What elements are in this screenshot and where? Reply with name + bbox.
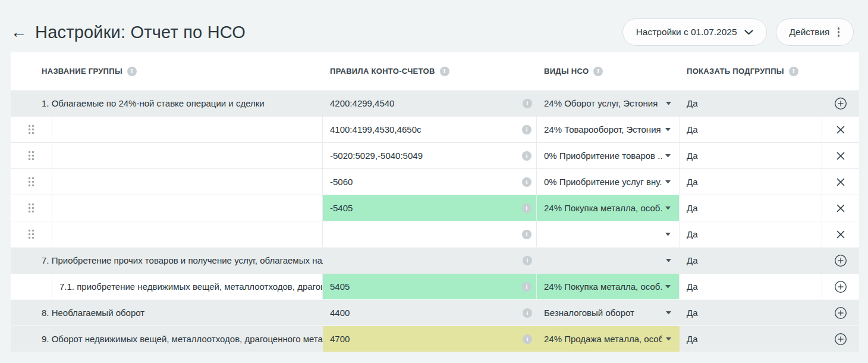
actions-button[interactable]: Действия <box>776 18 854 46</box>
chevron-down-icon <box>744 27 753 37</box>
info-icon[interactable]: i <box>789 67 798 76</box>
add-row-icon[interactable] <box>834 97 847 110</box>
show-subgroups-text: Да <box>687 177 698 187</box>
konto-rules-cell[interactable]: 4700 i <box>323 326 537 352</box>
settings-date-dropdown[interactable]: Настройки с 01.07.2025 <box>622 18 767 46</box>
drag-handle-icon[interactable] <box>28 151 34 161</box>
konto-rules-cell[interactable]: 5405 i <box>323 274 537 299</box>
info-icon[interactable]: i <box>593 67 603 76</box>
info-icon[interactable]: i <box>522 282 532 292</box>
drag-handle-icon[interactable] <box>28 124 34 134</box>
vat-type-select[interactable] <box>537 221 680 247</box>
group-name-cell[interactable] <box>52 169 323 195</box>
row-action-cell <box>822 195 859 221</box>
table-row-group: 1. Облагаемые по 24%-ной ставке операции… <box>11 90 859 116</box>
vat-type-select[interactable]: 24% Оборот услуг, Эстония <box>537 90 680 116</box>
drag-handle-icon[interactable] <box>28 177 34 187</box>
show-subgroups-cell[interactable]: Да <box>680 248 822 273</box>
show-subgroups-cell[interactable]: Да <box>680 300 822 326</box>
show-subgroups-cell[interactable]: Да <box>680 274 822 299</box>
show-subgroups-cell[interactable]: Да <box>680 117 822 142</box>
group-name-cell[interactable] <box>52 143 323 168</box>
group-name-cell[interactable]: 7. Приобретение прочих товаров и получен… <box>11 248 323 273</box>
vat-type-select[interactable]: 0% Приобритение товаров ... <box>537 143 680 168</box>
info-icon[interactable]: i <box>523 99 532 108</box>
konto-rules-cell[interactable]: -5060 i <box>323 169 537 195</box>
dropdown-caret-icon[interactable] <box>665 285 671 288</box>
page-title: Настройки: Отчет по НСО <box>35 23 246 42</box>
add-row-icon[interactable] <box>834 254 847 267</box>
table-row-detail: -5020:5029,-5040:5049 i 0% Приобритение … <box>11 142 859 168</box>
drag-handle-icon[interactable] <box>28 203 34 213</box>
dropdown-caret-icon[interactable] <box>666 311 671 314</box>
table-row-group: 9. Оборот недвижимых вещей, металлоотход… <box>11 326 859 352</box>
dropdown-caret-icon[interactable] <box>665 233 671 236</box>
vat-type-select[interactable]: 24% Покупка металла, особ... <box>537 274 680 299</box>
vat-type-select[interactable]: 0% Приобритение услуг вну... <box>537 169 680 195</box>
konto-rules-text: -5020:5029,-5040:5049 <box>330 151 423 161</box>
delete-row-icon[interactable] <box>836 230 845 239</box>
row-action-cell <box>822 169 859 195</box>
back-arrow-icon[interactable]: ← <box>11 24 27 40</box>
add-row-icon[interactable] <box>834 333 847 346</box>
dropdown-caret-icon[interactable] <box>666 102 671 105</box>
vat-type-select[interactable] <box>537 248 680 273</box>
delete-row-icon[interactable] <box>836 204 845 212</box>
konto-rules-cell[interactable]: i <box>323 221 537 247</box>
info-icon[interactable]: i <box>523 308 532 318</box>
info-icon[interactable]: i <box>522 125 532 134</box>
info-icon[interactable]: i <box>522 177 532 187</box>
drag-handle-icon[interactable] <box>28 229 34 239</box>
show-subgroups-cell[interactable]: Да <box>680 143 822 168</box>
show-subgroups-cell[interactable]: Да <box>680 169 822 195</box>
show-subgroups-cell[interactable]: Да <box>680 221 822 247</box>
add-row-icon[interactable] <box>834 280 847 293</box>
dropdown-caret-icon[interactable] <box>665 128 671 131</box>
delete-row-icon[interactable] <box>836 152 845 160</box>
group-name-cell[interactable]: 7.1. приобретение недвижимых вещей, мета… <box>52 274 323 299</box>
show-subgroups-cell[interactable]: Да <box>680 90 822 116</box>
vat-type-text: Безналоговый оборот <box>544 308 634 318</box>
vat-type-select[interactable]: 24% Продажа металла, особ... <box>537 326 680 352</box>
dropdown-caret-icon[interactable] <box>666 259 671 262</box>
top-bar: ← Настройки: Отчет по НСО Настройки с 01… <box>0 0 868 52</box>
delete-row-icon[interactable] <box>836 178 845 186</box>
show-subgroups-cell[interactable]: Да <box>680 195 822 221</box>
drag-handle-cell <box>11 221 52 247</box>
group-name-cell[interactable]: 8. Необлагаемый оборот <box>11 300 323 326</box>
konto-rules-cell[interactable]: i <box>323 248 537 273</box>
row-action-cell <box>822 221 859 247</box>
konto-rules-cell[interactable]: 4200:4299,4540 i <box>323 90 537 116</box>
info-icon[interactable]: i <box>127 67 137 76</box>
info-icon[interactable]: i <box>440 67 449 76</box>
konto-rules-cell[interactable]: -5405 i <box>323 195 537 221</box>
dropdown-caret-icon[interactable] <box>665 206 671 209</box>
group-name-cell[interactable]: 1. Облагаемые по 24%-ной ставке операции… <box>11 90 323 116</box>
group-name-cell[interactable]: 9. Оборот недвижимых вещей, металлоотход… <box>11 326 323 352</box>
show-subgroups-text: Да <box>687 281 698 292</box>
add-row-icon[interactable] <box>834 306 847 320</box>
drag-handle-cell <box>11 195 52 221</box>
delete-row-icon[interactable] <box>836 126 845 134</box>
dropdown-caret-icon[interactable] <box>665 180 671 183</box>
vat-type-select[interactable]: 24% Покупка металла, особ... <box>537 195 680 221</box>
konto-rules-cell[interactable]: -5020:5029,-5040:5049 i <box>323 143 537 168</box>
info-icon[interactable]: i <box>522 230 532 239</box>
group-name-text: 8. Необлагаемый оборот <box>42 308 144 318</box>
group-name-cell[interactable] <box>52 221 323 247</box>
show-subgroups-text: Да <box>687 151 698 161</box>
vat-type-select[interactable]: Безналоговый оборот <box>537 300 680 326</box>
info-icon[interactable]: i <box>523 256 532 265</box>
info-icon[interactable]: i <box>522 151 532 161</box>
group-name-cell[interactable] <box>52 117 323 142</box>
dropdown-caret-icon[interactable] <box>665 154 671 157</box>
vat-type-select[interactable]: 24% Товарооборот, Эстония <box>537 117 680 142</box>
group-name-cell[interactable] <box>52 195 323 221</box>
dropdown-caret-icon[interactable] <box>666 337 671 340</box>
konto-rules-cell[interactable]: 4400 i <box>323 300 537 326</box>
konto-rules-cell[interactable]: 4100:4199,4530,4650c i <box>323 117 537 142</box>
info-icon[interactable]: i <box>522 204 532 213</box>
vat-type-text: 24% Товарооборот, Эстония <box>544 124 661 134</box>
show-subgroups-cell[interactable]: Да <box>680 326 822 352</box>
info-icon[interactable]: i <box>523 334 532 344</box>
